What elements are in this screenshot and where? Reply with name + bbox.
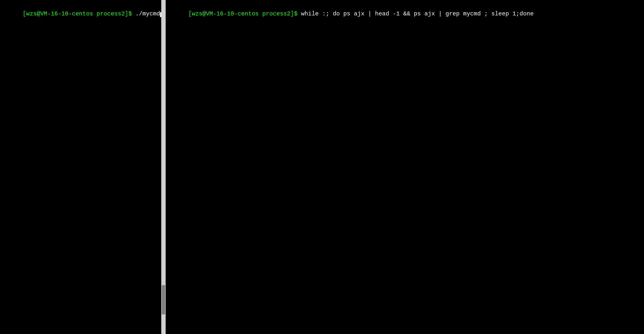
terminal-right-prompt: [wzs@VM-16-10-centos process2]$ [188,10,297,17]
terminal-left-command-line: [wzs@VM-16-10-centos process2]$ ./mycmd [2,1,160,27]
terminal-right[interactable]: [wzs@VM-16-10-centos process2]$ while :;… [166,0,644,334]
terminal-left[interactable]: [wzs@VM-16-10-centos process2]$ ./mycmd [0,0,161,334]
terminal-left-command: ./mycmd [132,10,160,17]
terminal-right-command: while :; do ps ajx | head -1 && ps ajx |… [298,10,534,17]
terminal-right-command-line: [wzs@VM-16-10-centos process2]$ while :;… [167,1,642,27]
terminal-left-prompt: [wzs@VM-16-10-centos process2]$ [22,10,132,17]
divider-handle [162,285,165,315]
terminal-divider[interactable] [161,0,166,334]
